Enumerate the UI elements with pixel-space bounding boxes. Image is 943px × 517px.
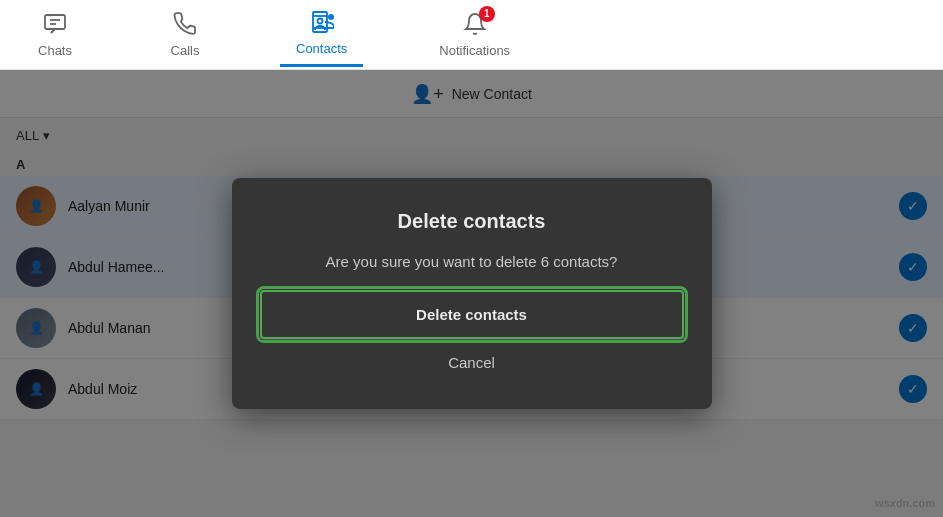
notification-badge: 1 <box>479 6 495 22</box>
svg-point-6 <box>328 14 334 20</box>
delete-contacts-button[interactable]: Delete contacts <box>260 290 684 339</box>
svg-rect-0 <box>45 15 65 29</box>
nav-bar: Chats Calls Contacts <box>0 0 943 70</box>
nav-item-calls[interactable]: Calls <box>150 4 220 66</box>
notifications-icon-wrapper: 1 <box>463 12 487 39</box>
nav-item-notifications[interactable]: 1 Notifications <box>423 4 526 66</box>
modal-overlay: Delete contacts Are you sure you want to… <box>0 70 943 517</box>
notifications-label: Notifications <box>439 43 510 58</box>
modal-buttons: Delete contacts Cancel <box>260 290 684 385</box>
watermark: wsxdn.com <box>875 497 935 509</box>
calls-icon <box>173 12 197 39</box>
nav-item-chats[interactable]: Chats <box>20 4 90 66</box>
cancel-button[interactable]: Cancel <box>260 339 684 385</box>
chats-icon <box>43 12 67 39</box>
chats-label: Chats <box>38 43 72 58</box>
modal-title: Delete contacts <box>398 210 546 233</box>
modal-dialog: Delete contacts Are you sure you want to… <box>232 178 712 409</box>
svg-point-7 <box>317 19 322 24</box>
calls-label: Calls <box>171 43 200 58</box>
contacts-icon <box>310 10 334 37</box>
contacts-label: Contacts <box>296 41 347 56</box>
modal-message: Are you sure you want to delete 6 contac… <box>326 253 618 270</box>
content-area: 👤+ New Contact ALL ▾ A 👤 Aalyan Munir ✓ … <box>0 70 943 517</box>
nav-item-contacts[interactable]: Contacts <box>280 2 363 67</box>
